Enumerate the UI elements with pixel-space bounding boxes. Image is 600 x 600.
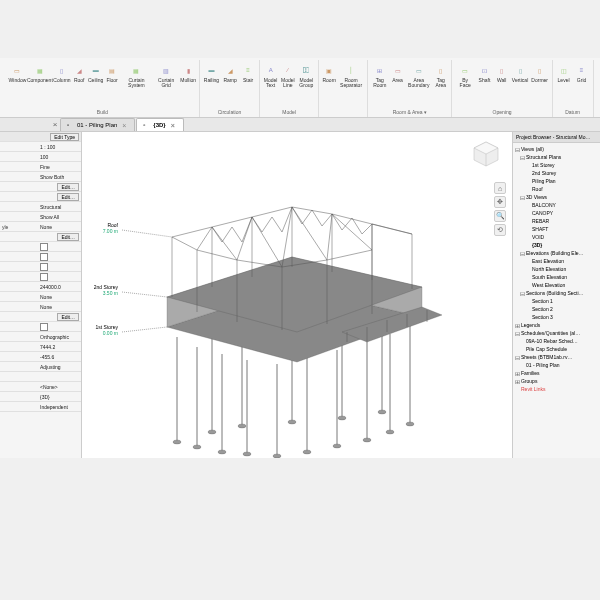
tree-twisty-icon[interactable]: ⊟: [514, 146, 521, 153]
property-value[interactable]: -455.6: [38, 354, 81, 360]
tree-item[interactable]: Revit Links: [514, 385, 599, 393]
tree-item[interactable]: ⊟Elevations (Building Ele…: [514, 249, 599, 257]
property-value[interactable]: Orthographic: [38, 334, 81, 340]
ribbon-set-button[interactable]: ≡Set: [597, 62, 600, 84]
property-value[interactable]: Fine: [38, 164, 81, 170]
tree-item[interactable]: South Elevation: [514, 273, 599, 281]
tab-close-icon[interactable]: ×: [169, 122, 177, 129]
ribbon-area-boundary-button[interactable]: ▭Area Boundary: [407, 62, 432, 89]
property-checkbox[interactable]: [40, 253, 48, 261]
property-edit-button[interactable]: Edit…: [57, 313, 79, 321]
property-value[interactable]: None: [38, 294, 81, 300]
property-value[interactable]: None: [38, 304, 81, 310]
property-value[interactable]: 1 : 100: [38, 144, 81, 150]
tree-item[interactable]: REBAR: [514, 217, 599, 225]
tabs-close-icon[interactable]: ×: [50, 120, 60, 129]
tree-item[interactable]: {3D}: [514, 241, 599, 249]
ribbon-mullion-button[interactable]: ▮Mullion: [181, 62, 196, 84]
ribbon-vertical-button[interactable]: ▯Vertical: [511, 62, 529, 84]
tree-item[interactable]: 09A-10 Rebar Sched…: [514, 337, 599, 345]
ribbon-area-button[interactable]: ▭Area: [391, 62, 405, 84]
property-edit-button[interactable]: Edit…: [57, 233, 79, 241]
tab-close-icon[interactable]: ×: [120, 122, 128, 129]
property-value[interactable]: Structural: [38, 204, 81, 210]
ribbon-stair-button[interactable]: ≡Stair: [240, 62, 256, 84]
property-value[interactable]: {3D}: [38, 394, 81, 400]
tree-item[interactable]: ⊞Legends: [514, 321, 599, 329]
tree-item[interactable]: West Elevation: [514, 281, 599, 289]
tree-item[interactable]: Pile Cap Schedule: [514, 345, 599, 353]
ribbon-by-face-button[interactable]: ▭By Face: [455, 62, 474, 89]
nav-orbit-icon[interactable]: ⟲: [494, 224, 506, 236]
nav-home-icon[interactable]: ⌂: [494, 182, 506, 194]
ribbon-railing-button[interactable]: ▬Railing: [203, 62, 220, 84]
property-edit-button[interactable]: Edit…: [57, 183, 79, 191]
tree-item[interactable]: ⊟Schedules/Quantities (al…: [514, 329, 599, 337]
ribbon-roof-button[interactable]: ◢Roof: [72, 62, 86, 84]
ribbon-grid-button[interactable]: ≡Grid: [574, 62, 590, 84]
ribbon-component-button[interactable]: ▦Component: [28, 62, 52, 84]
tree-item[interactable]: BALCONY: [514, 201, 599, 209]
tree-twisty-icon[interactable]: ⊟: [519, 194, 526, 201]
tree-item[interactable]: ⊟Sections (Building Secti…: [514, 289, 599, 297]
tree-twisty-icon[interactable]: ⊟: [519, 154, 526, 161]
view-tab[interactable]: ▫{3D}×: [136, 118, 183, 131]
tree-item[interactable]: North Elevation: [514, 265, 599, 273]
ribbon-curtain-grid-button[interactable]: ▥Curtain Grid: [154, 62, 179, 89]
property-checkbox[interactable]: [40, 323, 48, 331]
property-value[interactable]: Show Both: [38, 174, 81, 180]
tree-item[interactable]: Section 3: [514, 313, 599, 321]
tree-item[interactable]: 2nd Storey: [514, 169, 599, 177]
tree-item[interactable]: ⊞Families: [514, 369, 599, 377]
property-checkbox[interactable]: [40, 243, 48, 251]
property-edit-button[interactable]: Edit…: [57, 193, 79, 201]
ribbon-model-text-button[interactable]: AModel Text: [263, 62, 278, 89]
ribbon-column-button[interactable]: ▯Column: [54, 62, 71, 84]
property-value[interactable]: Show All: [38, 214, 81, 220]
tree-twisty-icon[interactable]: ⊟: [519, 250, 526, 257]
tree-twisty-icon[interactable]: ⊞: [514, 378, 521, 385]
tree-item[interactable]: East Elevation: [514, 257, 599, 265]
tree-twisty-icon[interactable]: ⊟: [519, 290, 526, 297]
ribbon-ramp-button[interactable]: ◢Ramp: [222, 62, 238, 84]
tree-twisty-icon[interactable]: ⊟: [514, 330, 521, 337]
tree-item[interactable]: VOID: [514, 233, 599, 241]
tree-twisty-icon[interactable]: ⊞: [514, 370, 521, 377]
tree-item[interactable]: 01 - Piling Plan: [514, 361, 599, 369]
tree-item[interactable]: ⊞Groups: [514, 377, 599, 385]
nav-pan-icon[interactable]: ✥: [494, 196, 506, 208]
tree-item[interactable]: 1st Storey: [514, 161, 599, 169]
property-value[interactable]: Independent: [38, 404, 81, 410]
tree-item[interactable]: SHAFT: [514, 225, 599, 233]
ribbon-level-button[interactable]: ◫Level: [556, 62, 572, 84]
ribbon-model-line-button[interactable]: ∕Model Line: [280, 62, 295, 89]
ribbon-room-button[interactable]: ▣Room: [322, 62, 336, 84]
ribbon-floor-button[interactable]: ▤Floor: [105, 62, 119, 84]
tree-item[interactable]: ⊟Structural Plans: [514, 153, 599, 161]
property-value[interactable]: 100: [38, 154, 81, 160]
view-tab[interactable]: ▫01 - Piling Plan×: [60, 118, 135, 131]
tree-item[interactable]: ⊟3D Views: [514, 193, 599, 201]
tree-twisty-icon[interactable]: ⊟: [514, 354, 521, 361]
ribbon-tag-room-button[interactable]: ⊞Tag Room: [371, 62, 388, 89]
ribbon-tag-area-button[interactable]: ▯Tag Area: [433, 62, 448, 89]
ribbon-model-group-button[interactable]: ⿲Model Group: [297, 62, 315, 89]
view-cube[interactable]: [470, 138, 502, 170]
ribbon-window-button[interactable]: ▭Window: [9, 62, 26, 84]
3d-viewport[interactable]: Roof 7.00 m 2nd Storey 3.50 m 1st Storey…: [82, 132, 512, 458]
property-value[interactable]: 244000.0: [38, 284, 81, 290]
property-value[interactable]: 7444.2: [38, 344, 81, 350]
tree-twisty-icon[interactable]: ⊞: [514, 322, 521, 329]
property-value[interactable]: Adjusting: [38, 364, 81, 370]
tree-item[interactable]: ⊟Views (all): [514, 145, 599, 153]
ribbon-shaft-button[interactable]: ⊡Shaft: [477, 62, 492, 84]
property-value[interactable]: <None>: [38, 384, 81, 390]
tree-item[interactable]: Piling Plan: [514, 177, 599, 185]
ribbon-room-separator-button[interactable]: │Room Separator: [338, 62, 364, 89]
tree-item[interactable]: CANOPY: [514, 209, 599, 217]
ribbon-wall-button[interactable]: ▯Wall: [494, 62, 509, 84]
property-checkbox[interactable]: [40, 263, 48, 271]
tree-item[interactable]: Section 2: [514, 305, 599, 313]
tree-item[interactable]: Roof: [514, 185, 599, 193]
ribbon-dormer-button[interactable]: ▯Dormer: [531, 62, 549, 84]
